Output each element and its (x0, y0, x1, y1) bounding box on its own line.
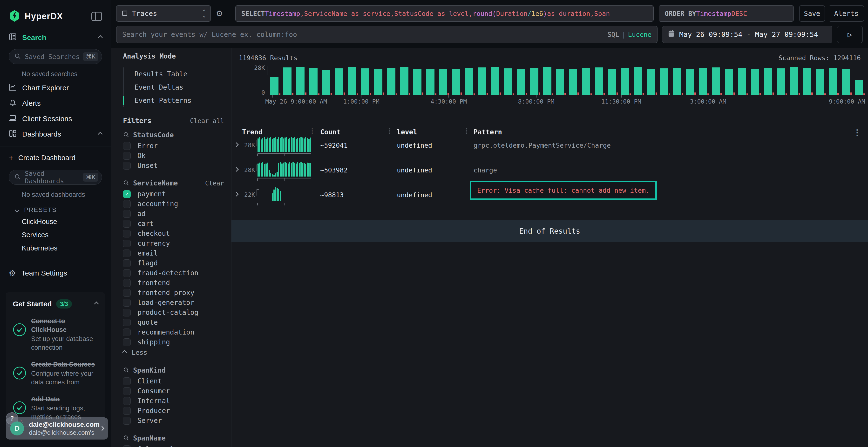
analysis-mode-event-deltas[interactable]: Event Deltas (124, 81, 224, 94)
checkbox[interactable] (123, 260, 131, 267)
filter-option-payment[interactable]: ✓payment (123, 189, 224, 199)
saved-searches-input[interactable]: Saved Searches ⌘K (9, 49, 102, 64)
sidebar-item-team-settings[interactable]: ⚙ Team Settings (0, 265, 111, 281)
filter-option-cart[interactable]: cart (123, 219, 224, 229)
expand-row-button[interactable] (235, 192, 238, 197)
sql-select-editor[interactable]: SELECT Timestamp, ServiceName as service… (235, 5, 654, 22)
checkbox[interactable] (123, 445, 131, 447)
preset-kubernetes[interactable]: Kubernetes (0, 242, 111, 255)
filter-option-shipping[interactable]: shipping (123, 337, 224, 347)
source-select[interactable]: Traces ⌃⌄ (116, 5, 211, 22)
filter-option-accounting[interactable]: accounting (123, 199, 224, 209)
filter-option--closure-[interactable]: {closure} (123, 444, 224, 447)
filter-option-producer[interactable]: Producer (123, 406, 224, 416)
analysis-mode-results-table[interactable]: Results Table (124, 67, 224, 81)
table-menu-icon[interactable]: ⋮ (853, 128, 861, 137)
gear-icon[interactable]: ⚙ (217, 8, 222, 18)
clear-all-button[interactable]: Clear all (190, 117, 224, 125)
sidebar-item-dashboards[interactable]: Dashboards (0, 127, 111, 142)
expand-row-button[interactable] (235, 143, 238, 147)
filter-option-client[interactable]: Client (123, 376, 224, 386)
filter-clear-button[interactable]: Clear (205, 180, 224, 187)
filter-option-server[interactable]: Server (123, 416, 224, 425)
checkbox[interactable] (123, 387, 131, 395)
checkbox[interactable] (123, 289, 131, 297)
filter-option-consumer[interactable]: Consumer (123, 386, 224, 396)
filters-header-row: Filters Clear all (123, 117, 224, 125)
checkbox[interactable] (123, 377, 131, 385)
expand-row-button[interactable] (235, 167, 238, 172)
preset-services[interactable]: Services (0, 228, 111, 242)
spark-axis-baseline (257, 178, 311, 180)
sidebar-item-chart-explorer[interactable]: Chart Explorer (0, 80, 111, 96)
filter-option-internal[interactable]: Internal (123, 396, 224, 406)
checkbox[interactable] (123, 230, 131, 238)
x-axis-label: 1:00:00 PM (343, 98, 379, 105)
checkbox[interactable] (123, 299, 131, 307)
checkbox[interactable] (123, 240, 131, 247)
checkbox[interactable] (123, 417, 131, 424)
sidebar-item-client-sessions[interactable]: Client Sessions (0, 111, 111, 127)
checkbox[interactable] (123, 269, 131, 277)
create-dashboard-button[interactable]: + Create Dashboard (0, 150, 111, 166)
language-sql[interactable]: SQL (607, 31, 619, 38)
filter-option-checkout[interactable]: checkout (123, 229, 224, 238)
filter-option-load-generator[interactable]: load-generator (123, 298, 224, 308)
get-started-item[interactable]: Create Data SourcesConfigure where your … (13, 360, 98, 386)
alerts-button[interactable]: Alerts (829, 5, 864, 22)
filter-option-error[interactable]: Error (123, 141, 224, 151)
user-chip[interactable]: D dale@clickhouse.com dale@clickhouse.co… (6, 417, 108, 440)
filter-option-fraud-detection[interactable]: fraud-detection (123, 268, 224, 278)
filter-option-unset[interactable]: Unset (123, 161, 224, 171)
language-toggle[interactable]: SQL|Lucene (607, 31, 651, 38)
checkbox[interactable] (123, 152, 131, 160)
run-query-button[interactable]: ▷ (837, 26, 863, 43)
checkbox[interactable] (123, 279, 131, 287)
filter-option-email[interactable]: email (123, 248, 224, 258)
get-started-header[interactable]: Get Started 3/3 (13, 299, 98, 309)
checkbox[interactable] (123, 249, 131, 257)
get-started-item[interactable]: Connect to ClickHouseSet up your databas… (13, 317, 98, 352)
sparkline-bar (305, 137, 306, 152)
filter-option-frontend[interactable]: frontend (123, 278, 224, 288)
presets-header[interactable]: PRESETS (0, 201, 111, 215)
checkbox[interactable] (123, 329, 131, 336)
results-histogram[interactable]: 28K 0 May 26 9:00:00 AM1:00:00 PM4:30:00… (245, 66, 865, 102)
sidebar-item-alerts[interactable]: Alerts (0, 96, 111, 111)
checkbox[interactable] (123, 319, 131, 326)
checkbox[interactable] (123, 200, 131, 208)
filter-option-ad[interactable]: ad (123, 209, 224, 219)
sidebar-collapse-icon[interactable] (91, 12, 102, 21)
checkbox[interactable] (123, 397, 131, 405)
show-less-toggle[interactable]: Less (123, 347, 224, 358)
analysis-mode-event-patterns[interactable]: Event Patterns (124, 94, 224, 107)
language-lucene[interactable]: Lucene (628, 31, 651, 38)
pattern-row[interactable]: 22K~98813undefinedError: Visa cache full… (231, 186, 868, 209)
checkbox[interactable] (123, 220, 131, 228)
sql-orderby-editor[interactable]: ORDER BY Timestamp DESC (659, 5, 794, 22)
checkbox[interactable]: ✓ (123, 190, 131, 198)
checkbox[interactable] (123, 142, 131, 150)
filter-option-currency[interactable]: currency (123, 238, 224, 248)
filter-option-product-catalog[interactable]: product-catalog (123, 308, 224, 317)
sidebar-item-search[interactable]: Search (0, 30, 111, 45)
cmd-k-badge: ⌘K (83, 173, 98, 182)
checkbox[interactable] (123, 407, 131, 415)
filter-option-recommendation[interactable]: recommendation (123, 327, 224, 337)
search-input[interactable]: Search your events w/ Lucene ex. column:… (116, 26, 657, 43)
histogram-bar-fill (530, 68, 538, 95)
filter-option-ok[interactable]: Ok (123, 151, 224, 161)
checkbox[interactable] (123, 338, 131, 346)
filter-option-frontend-proxy[interactable]: frontend-proxy (123, 288, 224, 298)
histogram-bar (790, 66, 800, 95)
preset-clickhouse[interactable]: ClickHouse (0, 215, 111, 228)
filter-option-flagd[interactable]: flagd (123, 258, 224, 268)
checkbox[interactable] (123, 210, 131, 218)
date-range-picker[interactable]: May 26 09:09:54 - May 27 09:09:54 (662, 26, 832, 43)
saved-dashboards-input[interactable]: Saved Dashboards ⌘K (9, 170, 102, 185)
save-button[interactable]: Save (799, 5, 825, 22)
checkbox[interactable] (123, 309, 131, 316)
pattern-row[interactable]: 28K~592041undefinedgrpc.oteldemo.Payment… (231, 136, 868, 160)
filter-option-quote[interactable]: quote (123, 317, 224, 327)
checkbox[interactable] (123, 162, 131, 170)
